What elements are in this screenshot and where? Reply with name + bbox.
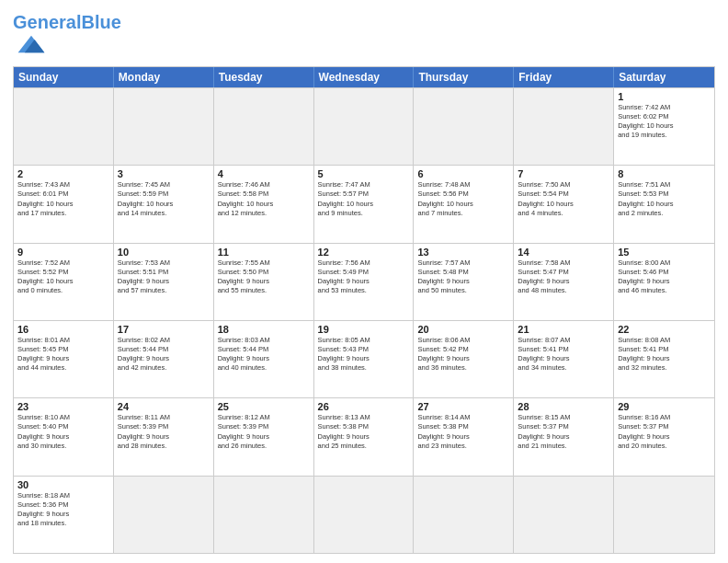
- calendar-row-4: 23Sunrise: 8:10 AM Sunset: 5:40 PM Dayli…: [14, 397, 714, 475]
- calendar-row-5: 30Sunrise: 8:18 AM Sunset: 5:36 PM Dayli…: [14, 476, 714, 553]
- cell-info: Sunrise: 8:08 AM Sunset: 5:41 PM Dayligh…: [618, 336, 711, 373]
- calendar-cell: 12Sunrise: 7:56 AM Sunset: 5:49 PM Dayli…: [314, 244, 415, 320]
- calendar-cell: 26Sunrise: 8:13 AM Sunset: 5:38 PM Dayli…: [314, 398, 415, 475]
- calendar-cell: 3Sunrise: 7:45 AM Sunset: 5:59 PM Daylig…: [114, 166, 214, 242]
- day-number: 29: [618, 401, 711, 412]
- day-number: 26: [318, 401, 410, 412]
- weekday-header-monday: Monday: [114, 67, 214, 87]
- calendar-cell: 19Sunrise: 8:05 AM Sunset: 5:43 PM Dayli…: [314, 321, 415, 397]
- logo-icon: [15, 31, 48, 57]
- day-number: 18: [218, 324, 310, 335]
- cell-info: Sunrise: 8:03 AM Sunset: 5:44 PM Dayligh…: [218, 336, 310, 373]
- cell-info: Sunrise: 8:02 AM Sunset: 5:44 PM Dayligh…: [118, 336, 210, 373]
- day-number: 7: [518, 168, 609, 179]
- calendar-cell: 9Sunrise: 7:52 AM Sunset: 5:52 PM Daylig…: [14, 244, 114, 320]
- cell-info: Sunrise: 8:10 AM Sunset: 5:40 PM Dayligh…: [17, 413, 109, 451]
- cell-info: Sunrise: 8:11 AM Sunset: 5:39 PM Dayligh…: [118, 413, 210, 451]
- day-number: 11: [218, 247, 310, 258]
- day-number: 12: [318, 247, 410, 258]
- cell-info: Sunrise: 8:14 AM Sunset: 5:38 PM Dayligh…: [417, 413, 509, 451]
- cell-info: Sunrise: 7:42 AM Sunset: 6:02 PM Dayligh…: [618, 103, 711, 141]
- cell-info: Sunrise: 7:45 AM Sunset: 5:59 PM Dayligh…: [118, 180, 210, 218]
- cell-info: Sunrise: 7:52 AM Sunset: 5:52 PM Dayligh…: [17, 259, 109, 296]
- calendar-cell: 6Sunrise: 7:48 AM Sunset: 5:56 PM Daylig…: [414, 166, 514, 242]
- day-number: 28: [518, 401, 609, 412]
- day-number: 9: [17, 247, 109, 258]
- calendar-cell: [14, 88, 114, 165]
- cell-info: Sunrise: 7:47 AM Sunset: 5:57 PM Dayligh…: [318, 180, 410, 218]
- cell-info: Sunrise: 8:00 AM Sunset: 5:46 PM Dayligh…: [618, 259, 711, 296]
- calendar-row-1: 2Sunrise: 7:43 AM Sunset: 6:01 PM Daylig…: [14, 165, 714, 242]
- day-number: 3: [118, 168, 210, 179]
- calendar-cell: 21Sunrise: 8:07 AM Sunset: 5:41 PM Dayli…: [514, 321, 614, 397]
- weekday-header-wednesday: Wednesday: [314, 67, 415, 87]
- calendar-cell: 13Sunrise: 7:57 AM Sunset: 5:48 PM Dayli…: [414, 244, 514, 320]
- weekday-header-friday: Friday: [514, 67, 614, 87]
- day-number: 5: [318, 168, 410, 179]
- calendar-cell: 20Sunrise: 8:06 AM Sunset: 5:42 PM Dayli…: [414, 321, 514, 397]
- calendar-cell: [114, 477, 214, 553]
- calendar: SundayMondayTuesdayWednesdayThursdayFrid…: [13, 66, 715, 554]
- header: GeneralBlue: [13, 9, 715, 61]
- day-number: 27: [417, 401, 509, 412]
- logo-text: GeneralBlue: [13, 13, 121, 31]
- calendar-cell: [414, 477, 514, 553]
- cell-info: Sunrise: 7:46 AM Sunset: 5:58 PM Dayligh…: [218, 180, 310, 218]
- day-number: 8: [618, 168, 711, 179]
- day-number: 19: [318, 324, 410, 335]
- day-number: 16: [17, 324, 109, 335]
- day-number: 25: [218, 401, 310, 412]
- calendar-body: 1Sunrise: 7:42 AM Sunset: 6:02 PM Daylig…: [14, 87, 714, 553]
- logo: GeneralBlue: [13, 13, 121, 61]
- calendar-cell: 11Sunrise: 7:55 AM Sunset: 5:50 PM Dayli…: [214, 244, 314, 320]
- cell-info: Sunrise: 8:13 AM Sunset: 5:38 PM Dayligh…: [318, 413, 410, 451]
- day-number: 10: [118, 247, 210, 258]
- day-number: 21: [518, 324, 609, 335]
- calendar-cell: [214, 477, 314, 553]
- calendar-cell: 5Sunrise: 7:47 AM Sunset: 5:57 PM Daylig…: [314, 166, 415, 242]
- day-number: 1: [618, 91, 711, 102]
- day-number: 14: [518, 247, 609, 258]
- weekday-header-thursday: Thursday: [414, 67, 514, 87]
- calendar-cell: 17Sunrise: 8:02 AM Sunset: 5:44 PM Dayli…: [114, 321, 214, 397]
- calendar-cell: 28Sunrise: 8:15 AM Sunset: 5:37 PM Dayli…: [514, 398, 614, 475]
- cell-info: Sunrise: 7:50 AM Sunset: 5:54 PM Dayligh…: [518, 180, 609, 218]
- day-number: 24: [118, 401, 210, 412]
- calendar-cell: 4Sunrise: 7:46 AM Sunset: 5:58 PM Daylig…: [214, 166, 314, 242]
- calendar-cell: 24Sunrise: 8:11 AM Sunset: 5:39 PM Dayli…: [114, 398, 214, 475]
- cell-info: Sunrise: 7:51 AM Sunset: 5:53 PM Dayligh…: [618, 180, 711, 218]
- weekday-header-tuesday: Tuesday: [214, 67, 314, 87]
- calendar-cell: 10Sunrise: 7:53 AM Sunset: 5:51 PM Dayli…: [114, 244, 214, 320]
- logo-blue: Blue: [81, 12, 120, 32]
- day-number: 22: [618, 324, 711, 335]
- cell-info: Sunrise: 7:43 AM Sunset: 6:01 PM Dayligh…: [17, 180, 109, 218]
- cell-info: Sunrise: 8:16 AM Sunset: 5:37 PM Dayligh…: [618, 413, 711, 451]
- calendar-cell: [514, 88, 614, 165]
- day-number: 17: [118, 324, 210, 335]
- calendar-row-3: 16Sunrise: 8:01 AM Sunset: 5:45 PM Dayli…: [14, 320, 714, 397]
- cell-info: Sunrise: 7:58 AM Sunset: 5:47 PM Dayligh…: [518, 259, 609, 296]
- cell-info: Sunrise: 7:57 AM Sunset: 5:48 PM Dayligh…: [417, 259, 509, 296]
- weekday-header-saturday: Saturday: [614, 67, 714, 87]
- calendar-cell: [614, 477, 714, 553]
- calendar-cell: 16Sunrise: 8:01 AM Sunset: 5:45 PM Dayli…: [14, 321, 114, 397]
- cell-info: Sunrise: 7:55 AM Sunset: 5:50 PM Dayligh…: [218, 259, 310, 296]
- cell-info: Sunrise: 8:05 AM Sunset: 5:43 PM Dayligh…: [318, 336, 410, 373]
- calendar-cell: [214, 88, 314, 165]
- day-number: 6: [417, 168, 509, 179]
- calendar-row-0: 1Sunrise: 7:42 AM Sunset: 6:02 PM Daylig…: [14, 87, 714, 165]
- calendar-cell: 2Sunrise: 7:43 AM Sunset: 6:01 PM Daylig…: [14, 166, 114, 242]
- cell-info: Sunrise: 7:56 AM Sunset: 5:49 PM Dayligh…: [318, 259, 410, 296]
- calendar-row-2: 9Sunrise: 7:52 AM Sunset: 5:52 PM Daylig…: [14, 243, 714, 320]
- cell-info: Sunrise: 8:06 AM Sunset: 5:42 PM Dayligh…: [417, 336, 509, 373]
- logo-general: General: [13, 12, 81, 32]
- calendar-cell: [314, 88, 415, 165]
- day-number: 23: [17, 401, 109, 412]
- weekday-header-sunday: Sunday: [14, 67, 114, 87]
- calendar-cell: 14Sunrise: 7:58 AM Sunset: 5:47 PM Dayli…: [514, 244, 614, 320]
- cell-info: Sunrise: 8:01 AM Sunset: 5:45 PM Dayligh…: [17, 336, 109, 373]
- calendar-cell: 29Sunrise: 8:16 AM Sunset: 5:37 PM Dayli…: [614, 398, 714, 475]
- cell-info: Sunrise: 7:48 AM Sunset: 5:56 PM Dayligh…: [417, 180, 509, 218]
- page: GeneralBlue SundayMondayTuesdayWednesday…: [0, 0, 728, 563]
- day-number: 30: [17, 479, 109, 490]
